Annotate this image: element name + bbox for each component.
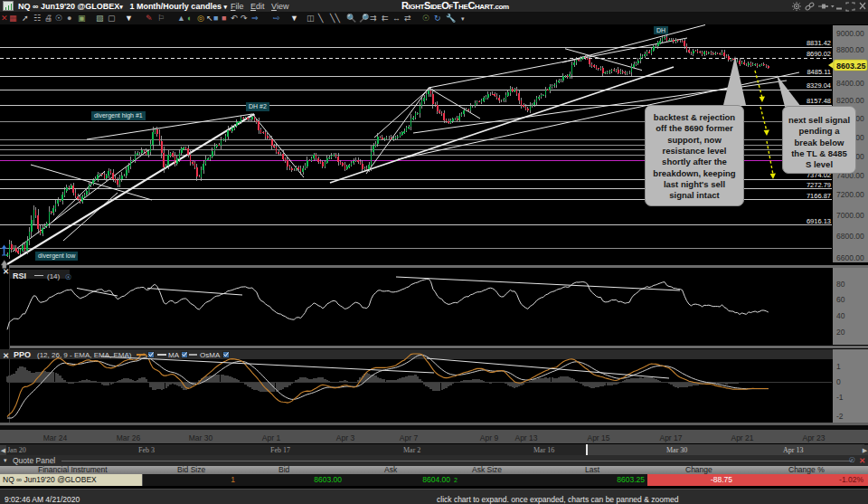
svg-text:Apr 21: Apr 21 [731,433,753,442]
svg-text:7200.00: 7200.00 [836,190,864,199]
svg-text:6800.00: 6800.00 [836,232,864,241]
svg-text:7166.87: 7166.87 [807,192,831,200]
svg-text:8329.04: 8329.04 [807,81,831,90]
svg-text:8400.00: 8400.00 [836,79,864,88]
svg-text:1: 1 [836,362,841,371]
svg-text:Apr 3: Apr 3 [336,433,355,442]
svg-text:Apr 9: Apr 9 [480,433,499,442]
svg-text:RSI: RSI [13,271,26,281]
svg-text:8200.00: 8200.00 [836,96,864,105]
svg-text:(12, 26, 9 - EMA, EMA, EMA): (12, 26, 9 - EMA, EMA, EMA) [37,351,132,359]
svg-text:✕: ✕ [3,351,9,360]
svg-text:60: 60 [836,295,845,304]
svg-text:8690.02: 8690.02 [807,50,831,58]
svg-text:☉: ☉ [125,352,131,360]
svg-text:-2: -2 [836,412,844,421]
svg-text:PPO: PPO [14,350,31,359]
svg-text:40: 40 [836,311,845,320]
svg-text:Apr 17: Apr 17 [659,433,682,442]
svg-text:-1: -1 [836,393,844,402]
svg-text:8485.11: 8485.11 [807,68,831,76]
svg-text:☉: ☉ [65,273,71,281]
svg-text:Apr 7: Apr 7 [400,433,419,442]
svg-text:0: 0 [836,377,841,386]
svg-text:7000.00: 7000.00 [836,211,864,220]
svg-text:(14): (14) [47,272,61,281]
svg-text:Mar 30: Mar 30 [189,433,213,442]
svg-text:20: 20 [836,328,845,337]
svg-text:Apr 23: Apr 23 [802,433,825,442]
svg-text:8800.00: 8800.00 [836,45,864,54]
svg-text:Apr 1: Apr 1 [262,433,281,442]
svg-text:Mar 26: Mar 26 [117,433,141,442]
svg-text:Apr 15: Apr 15 [587,433,609,442]
svg-text:8157.48: 8157.48 [807,97,831,105]
svg-text:OsMA: OsMA [200,351,221,359]
svg-text:9000.00: 9000.00 [836,29,864,38]
svg-text:80: 80 [836,280,845,289]
svg-text:Mar 24: Mar 24 [43,433,68,442]
svg-text:8603.25: 8603.25 [836,62,866,71]
svg-text:6916.13: 6916.13 [807,217,831,225]
svg-text:Apr 13: Apr 13 [514,433,537,442]
svg-text:6600.00: 6600.00 [836,253,864,262]
svg-text:7272.79: 7272.79 [807,181,831,189]
svg-text:✕: ✕ [3,267,9,276]
svg-text:8831.42: 8831.42 [807,39,831,47]
svg-text:MA: MA [168,351,180,359]
